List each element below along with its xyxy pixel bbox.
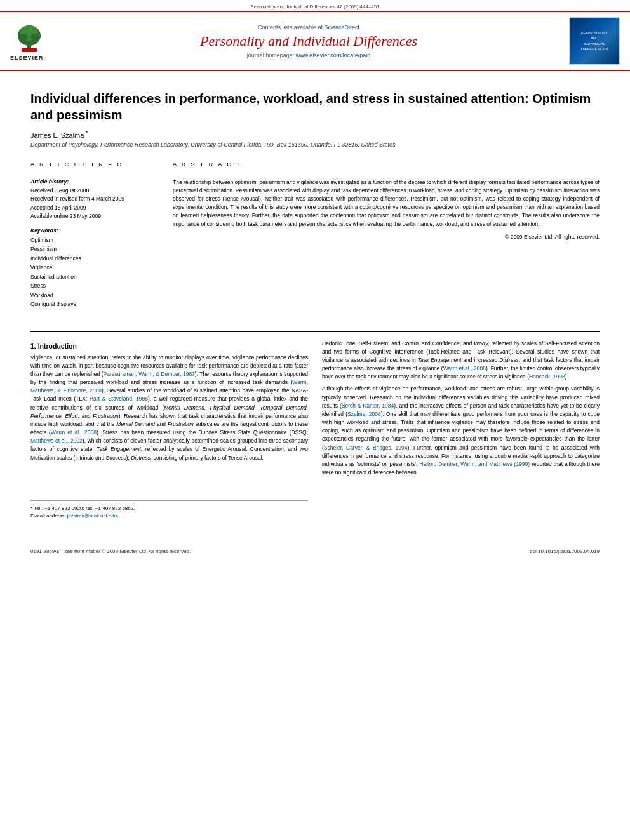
main-content: Individual differences in performance, w…: [0, 71, 630, 530]
article-title-area: Individual differences in performance, w…: [30, 90, 600, 123]
intro-col1-p1: Vigilance, or sustained attention, refer…: [30, 354, 308, 462]
ref-berch-kanter[interactable]: Berch & Kanter, 1984: [342, 403, 394, 409]
page: Personality and Individual Differences 4…: [0, 0, 630, 840]
divider-info: [30, 173, 158, 173]
ref-matthews[interactable]: Matthews et al., 2002: [30, 437, 83, 444]
journal-homepage-link[interactable]: www.elsevier.com/locate/paid: [296, 52, 371, 58]
journal-citation: Personality and Individual Differences 4…: [0, 0, 630, 11]
body-content: 1. Introduction Vigilance, or sustained …: [30, 340, 600, 520]
abstract-col: A B S T R A C T The relationship between…: [173, 161, 600, 323]
article-info-col: A R T I C L E I N F O Article history: R…: [30, 161, 158, 323]
journal-homepage: journal homepage: www.elsevier.com/locat…: [48, 52, 569, 58]
elsevier-tree-icon: [10, 22, 48, 53]
keyword-vigilance: Vigilance: [30, 263, 158, 272]
body-col-left: 1. Introduction Vigilance, or sustained …: [30, 340, 308, 520]
footer: 0191-8869/$ – see front matter © 2009 El…: [0, 543, 630, 557]
keyword-optimism: Optimism: [30, 236, 158, 244]
ref-helton[interactable]: Helton, Dember, Warm, and Matthews (1999…: [419, 461, 530, 467]
ref-warm-et-al-2008[interactable]: Warm et al., 2008: [51, 429, 97, 436]
author-name: James L. Szalma *: [30, 130, 600, 139]
ref-scheier[interactable]: Scheier, Carver, & Bridges, 1994: [324, 444, 408, 451]
keyword-workload: Workload: [30, 291, 158, 300]
divider-top: [30, 156, 600, 156]
article-info-abstract: A R T I C L E I N F O Article history: R…: [30, 161, 600, 323]
elsevier-logo-area: ELSEVIER: [10, 22, 48, 61]
keyword-configural: Configural displays: [30, 300, 158, 309]
journal-header: ELSEVIER Contents lists available at Sci…: [0, 11, 630, 71]
keyword-individual-differences: Individual differences: [30, 254, 158, 263]
ref-parasuraman[interactable]: Parasuraman, Warm, & Dember, 1987: [104, 371, 195, 377]
keyword-stress: Stress: [30, 281, 158, 290]
footer-issn: 0191-8869/$ – see front matter © 2009 El…: [30, 549, 191, 554]
ref-warm-2008b[interactable]: Warm et al., 2008: [443, 365, 486, 371]
email-link[interactable]: jszalma@mail.ucf.edu: [67, 513, 117, 519]
footnote-area: * Tel.: +1 407 823 0920; fax: +1 407 823…: [30, 500, 308, 520]
intro-col2-p1: Hedonic Tone, Self-Esteem, and Control a…: [322, 340, 600, 382]
intro-col2-p2: Although the effects of vigilance on per…: [322, 385, 600, 477]
author-name-text: James L. Szalma: [30, 131, 84, 139]
keywords-label: Keywords:: [30, 227, 158, 234]
available-date: Available online 23 May 2009: [30, 212, 158, 221]
copyright: © 2009 Elsevier Ltd. All rights reserved…: [173, 234, 600, 240]
history-label: Article history:: [30, 178, 158, 185]
ref-hart-staveland[interactable]: Hart & Staveland, 1988: [90, 396, 148, 402]
ref-warm-matthews[interactable]: Warm, Matthews, & Finomore, 2008: [30, 379, 308, 394]
ref-szalma[interactable]: Szalma, 2008: [347, 411, 381, 417]
abstract-text: The relationship between optimism, pessi…: [173, 178, 600, 229]
journal-cover-text: PERSONALITYANDINDIVIDUALDIFFERENCES: [579, 28, 610, 55]
science-direct-link[interactable]: ScienceDirect: [325, 24, 360, 30]
intro-heading: 1. Introduction: [30, 342, 308, 350]
footnote-email: E-mail address: jszalma@mail.ucf.edu.: [30, 512, 308, 520]
journal-title: Personality and Individual Differences: [48, 33, 569, 50]
accepted-date: Accepted 16 April 2009: [30, 204, 158, 213]
citation-text: Personality and Individual Differences 4…: [250, 4, 380, 10]
affiliation: Department of Psychology, Performance Re…: [30, 142, 600, 148]
elsevier-brand: ELSEVIER: [10, 55, 44, 61]
ref-hancock[interactable]: Hancock, 1998: [529, 373, 565, 380]
abstract-label: A B S T R A C T: [173, 161, 600, 168]
author-footnote-marker: *: [84, 130, 88, 136]
journal-title-area: Contents lists available at ScienceDirec…: [48, 24, 569, 58]
keyword-pessimism: Pessimism: [30, 244, 158, 253]
body-col-right: Hedonic Tone, Self-Esteem, and Control a…: [322, 340, 600, 520]
footer-doi: doi:10.1016/j.paid.2009.04.019: [530, 549, 600, 554]
journal-cover-image: PERSONALITYANDINDIVIDUALDIFFERENCES: [569, 17, 620, 65]
divider-body-top: [30, 331, 600, 332]
journal-cover: PERSONALITYANDINDIVIDUALDIFFERENCES: [569, 17, 620, 65]
revised-date: Received in revised form 4 March 2009: [30, 195, 158, 204]
keyword-sustained-attention: Sustained attention: [30, 272, 158, 281]
divider-abstract: [173, 173, 600, 173]
svg-rect-6: [22, 48, 37, 52]
footnote-tel: * Tel.: +1 407 823 0920; fax: +1 407 823…: [30, 505, 308, 512]
svg-point-5: [30, 34, 41, 40]
article-title: Individual differences in performance, w…: [30, 90, 600, 123]
received-date: Received 5 August 2008: [30, 187, 158, 196]
article-info-label: A R T I C L E I N F O: [30, 161, 158, 168]
science-direct-label: Contents lists available at ScienceDirec…: [48, 24, 569, 30]
svg-point-4: [18, 34, 28, 40]
divider-info-bottom: [30, 317, 158, 317]
